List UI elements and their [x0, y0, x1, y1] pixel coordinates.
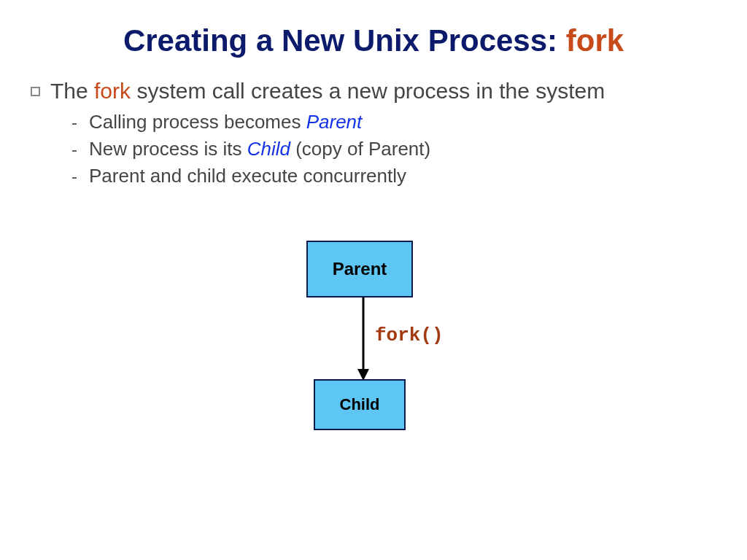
slide-title: Creating a New Unix Process: fork	[26, 23, 721, 58]
title-accent: fork	[566, 23, 624, 58]
square-bullet-icon	[31, 87, 40, 96]
bullet-item: The fork system call creates a new proce…	[31, 79, 721, 104]
diagram: Parent fork() Child	[0, 241, 747, 474]
bullet-suffix: system call creates a new process in the…	[131, 79, 605, 103]
sub-item: - New process is its Child (copy of Pare…	[71, 138, 721, 160]
slide: Creating a New Unix Process: fork The fo…	[0, 0, 747, 560]
dash-icon: -	[71, 139, 77, 160]
arrow-down-icon	[356, 298, 371, 382]
sub-suffix: (copy of Parent)	[290, 138, 430, 160]
bullet-text: The fork system call creates a new proce…	[50, 79, 605, 104]
sub-text: Calling process becomes Parent	[89, 111, 362, 133]
fork-call-label: fork()	[375, 324, 444, 346]
bullet-prefix: The	[50, 79, 94, 103]
sub-item: - Parent and child execute concurrently	[71, 165, 721, 187]
sub-list: - Calling process becomes Parent - New p…	[71, 111, 721, 187]
child-box: Child	[314, 379, 406, 430]
sub-item: - Calling process becomes Parent	[71, 111, 721, 133]
parent-box: Parent	[306, 241, 413, 298]
dash-icon: -	[71, 166, 77, 187]
sub-prefix: Parent and child execute concurrently	[89, 165, 406, 187]
sub-keyword: Child	[247, 138, 290, 160]
sub-text: New process is its Child (copy of Parent…	[89, 138, 430, 160]
sub-keyword: Parent	[306, 111, 363, 133]
bullet-accent: fork	[94, 79, 131, 103]
sub-text: Parent and child execute concurrently	[89, 165, 406, 187]
title-main: Creating a New Unix Process:	[123, 23, 566, 58]
dash-icon: -	[71, 112, 77, 133]
sub-prefix: Calling process becomes	[89, 111, 306, 133]
sub-prefix: New process is its	[89, 138, 247, 160]
